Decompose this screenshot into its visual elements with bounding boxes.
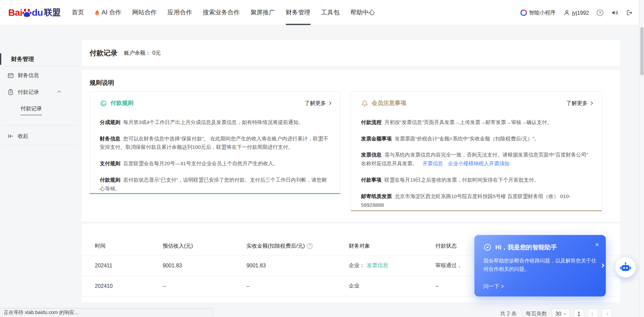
- sound-icon[interactable]: [611, 9, 618, 16]
- balance-label: 账户余额：: [124, 49, 151, 57]
- rule-item-text: 若付款状态显示“已支付”，说明联盟已安排了您的付款。支付后三个工作日内到帐，请您…: [100, 177, 327, 192]
- compass-icon: [483, 243, 491, 251]
- rule-item: 发票金额事项发票票面“价税合计”金额=系统中“实收金额（扣除税费后/元）”。: [361, 134, 592, 143]
- ask-assistant-link[interactable]: 问一下 >: [483, 283, 504, 290]
- sidebar: 财务管理 财务信息 付款记录 付款记录 收起: [0, 25, 82, 317]
- page-size-label: 每页条数: [526, 310, 547, 317]
- user-account[interactable]: jyj1992: [564, 9, 589, 16]
- nav-item-help-center[interactable]: 帮助中心: [345, 0, 380, 25]
- rule-item-text: 发票票面“价税合计”金额=系统中“实收金额（扣除税费后/元）”。: [395, 136, 540, 141]
- rule-item-text: 月初按“发票信息”页面开具发票→上传发票→邮寄发票→审核→确认支付。: [384, 119, 552, 125]
- nav-item-finance-management[interactable]: 财务管理: [280, 0, 316, 25]
- balance-value: 0元: [152, 49, 161, 57]
- next-page-button[interactable]: [602, 308, 612, 317]
- finance-info-icon: [7, 72, 14, 79]
- rule-item: 邮寄纸质发票北京市海淀区西北旺东路10号院百度科技园5号楼 百度联盟财务组（收）…: [361, 192, 592, 209]
- sidebar-item-finance-info[interactable]: 财务信息: [0, 71, 82, 79]
- rule-item-label: 发票金额事项: [361, 136, 392, 141]
- scrollbar-track[interactable]: [639, 0, 644, 317]
- member-notes-card: 会员注意事项 了解更多 付款流程月初按“发票信息”页面开具发票→上传发票→邮寄发…: [351, 91, 602, 211]
- close-icon[interactable]: ×: [595, 241, 599, 248]
- chevron-right-icon: [605, 312, 608, 315]
- rule-item: 分成规则每月第3或4个工作日产出上月分成信息及发票信息，如有特殊情况将提前通知。: [100, 118, 330, 127]
- rule-item: 财务信息您可以在财务信息中选择“保留付款”。 在此期间您产生的收入将在账户内进行…: [100, 134, 330, 151]
- user-icon: [564, 9, 570, 16]
- rule-item: 付款事项联盟在每月19日之后签收的发票，付款时间安排在下个月首批支付。: [361, 176, 592, 185]
- card-header: 付款规则 了解更多: [100, 99, 330, 107]
- learn-more-link[interactable]: 了解更多: [566, 100, 592, 107]
- topbar: Bai du 联盟 首页 AI 合作 网站合作 应用合作 搜索业务合作 聚屏推广…: [0, 0, 644, 25]
- nav-item-toolkit[interactable]: 工具包: [316, 0, 345, 25]
- prev-page-button[interactable]: [588, 308, 598, 317]
- nav-item-home[interactable]: 首页: [66, 0, 90, 25]
- rule-item: 付款规则若付款状态显示“已支付”，说明联盟已安排了您的付款。支付后三个工作日内到…: [100, 176, 330, 193]
- invoice-info-link[interactable]: 开票信息: [422, 161, 443, 167]
- page-number-button[interactable]: 1: [574, 308, 584, 317]
- cell-time: 202410: [82, 275, 163, 296]
- rule-item-text: 联盟在每月19日之后签收的发票，付款时间安排在下个月首批支付。: [384, 177, 539, 183]
- smart-mini-program-link[interactable]: 智能小程序: [520, 9, 555, 16]
- page-header-panel: 付款记录 账户余额： 0元: [82, 40, 620, 66]
- collapse-assistant-icon[interactable]: [600, 263, 604, 267]
- chevron-down-icon: [564, 312, 567, 315]
- learn-more-link[interactable]: 了解更多: [305, 100, 330, 107]
- card-title: 会员注意事项: [372, 100, 406, 107]
- logout-icon[interactable]: [626, 9, 633, 16]
- col-header-time: 时间: [82, 237, 163, 255]
- cell-time: 202411: [82, 255, 163, 275]
- cell-estimated: 9001.83: [163, 255, 247, 275]
- baidu-paw-icon: [22, 8, 32, 17]
- nav-item-ai-cooperation[interactable]: AI 合作: [89, 0, 127, 25]
- rule-item-label: 发票信息: [361, 152, 381, 158]
- topbar-right: 智能小程序 jyj1992 ?: [520, 0, 633, 25]
- robot-icon: [620, 261, 632, 274]
- nav-item-website-cooperation[interactable]: 网站合作: [127, 0, 162, 25]
- invoice-info-table-link[interactable]: 发票信息: [367, 262, 388, 268]
- member-notes-icon: [361, 100, 368, 107]
- nav-item-screen-promotion[interactable]: 聚屏推广: [245, 0, 280, 25]
- sidebar-section-finance-management[interactable]: 财务管理: [0, 54, 82, 64]
- rule-item-label: 邮寄纸质发票: [361, 194, 392, 199]
- chevron-up-icon: [57, 90, 61, 94]
- col-header-estimated-income: 预估收入(元): [163, 237, 247, 255]
- rule-item-label: 付款规则: [100, 177, 120, 183]
- payment-rules-card: 付款规则 了解更多 分成规则每月第3或4个工作日产出上月分成信息及发票信息，如有…: [90, 91, 340, 194]
- baidu-union-logo[interactable]: Bai du 联盟: [8, 7, 60, 18]
- card-header: 会员注意事项 了解更多: [361, 99, 592, 107]
- logo-text-du: du: [32, 7, 43, 18]
- pagination-total: 共 2 条: [500, 310, 517, 317]
- scrollbar-thumb[interactable]: [640, 27, 644, 75]
- rule-item-text: 每月第3或4个工作日产出上月分成信息及发票信息，如有特殊情况将提前通知。: [123, 119, 303, 125]
- cell-estimated: --: [163, 275, 247, 296]
- payment-records-icon: [7, 89, 14, 96]
- col-header-actual-amount: 实收金额(扣除税费后/元)?: [247, 237, 349, 255]
- small-taxpayer-invoice-guide-link[interactable]: 企业小规模纳税人开票须知: [448, 161, 509, 167]
- sidebar-collapse-button[interactable]: 收起: [0, 132, 82, 140]
- cell-entity: 企业: [349, 275, 435, 296]
- assistant-body: 我会帮助您诊断合作链路问题，以及解答您关于任何合作相关的问题。: [483, 257, 601, 273]
- rule-item-label: 付款事项: [361, 177, 381, 183]
- sidebar-item-payment-records[interactable]: 付款记录: [0, 88, 82, 96]
- rule-item-label: 分成规则: [100, 119, 120, 125]
- nav-item-app-cooperation[interactable]: 应用合作: [162, 0, 197, 25]
- rule-item-text: 您可以在财务信息中选择“保留付款”。 在此期间您产生的收入将在账户内进行累计，联…: [100, 136, 328, 150]
- assistant-header: Hi，我是您的智能助手 ×: [474, 235, 606, 251]
- chevron-right-icon: [327, 102, 331, 105]
- page-size-select[interactable]: 30: [551, 308, 570, 317]
- help-icon[interactable]: ?: [597, 9, 603, 16]
- logo-text-union: 联盟: [44, 7, 61, 18]
- column-help-icon[interactable]: ?: [307, 243, 313, 249]
- assistant-robot-button[interactable]: [615, 257, 636, 277]
- mini-program-icon: [520, 9, 527, 16]
- rules-panel: 规则说明 付款规则 了解更多 分成规则每月第3或4个工作日产出上月分成信息及发票…: [82, 70, 620, 221]
- sidebar-subitem-payment-records[interactable]: 付款记录: [0, 105, 82, 115]
- cell-entity: 企业：发票信息: [349, 255, 435, 275]
- card-title: 付款规则: [110, 100, 133, 107]
- chevron-right-icon: [589, 102, 592, 105]
- rule-item: 发票信息需与系统内发票信息内容完全一致，否则无法支付。请根据发票信息页面中“百度…: [361, 151, 592, 168]
- app-root: Bai du 联盟 首页 AI 合作 网站合作 应用合作 搜索业务合作 聚屏推广…: [0, 0, 644, 317]
- collapse-icon: [7, 133, 14, 140]
- logo-text-bai: Bai: [8, 7, 22, 18]
- nav-item-search-cooperation[interactable]: 搜索业务合作: [198, 0, 245, 25]
- sidebar-divider: [3, 145, 78, 145]
